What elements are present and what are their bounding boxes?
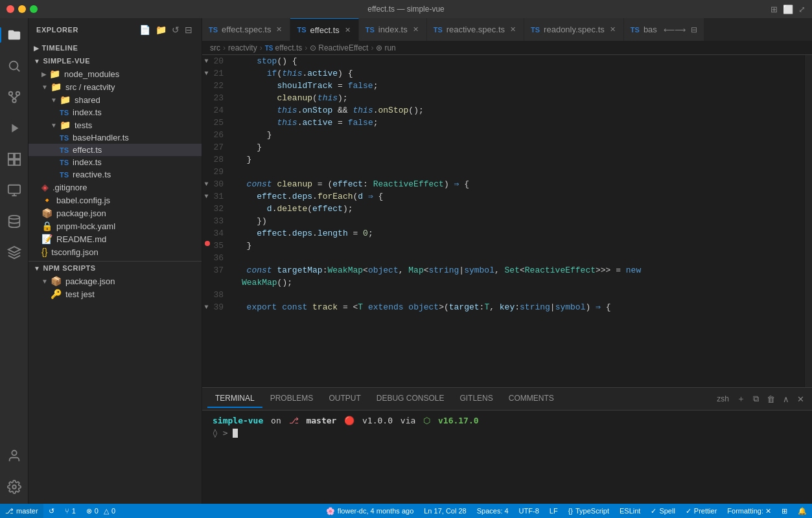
code-line-33: 33 }) <box>202 215 804 227</box>
status-bar: ⎇ master ↺ ⑂ 1 ⊗ 0 △ 0 🌸 flower-dc, 4 mo… <box>0 504 812 518</box>
sidebar-item-shared-index[interactable]: TS index.ts <box>29 106 202 118</box>
new-folder-icon[interactable]: 📁 <box>154 23 168 36</box>
sidebar-item-baseHandler[interactable]: TS baseHandler.ts <box>29 131 202 144</box>
tab-effect[interactable]: TS effect.ts ✕ <box>290 18 358 41</box>
extensions-activity-icon[interactable] <box>3 148 26 171</box>
project-section[interactable]: ▼ SIMPLE-VUE <box>29 54 202 67</box>
sidebar-item-src[interactable]: ▼ 📁 src / reactvity <box>29 80 202 93</box>
tab-effect-spec[interactable]: TS effect.spec.ts ✕ <box>202 18 290 41</box>
sidebar-item-tsconfig[interactable]: {} tsconfig.json <box>29 245 202 258</box>
status-line-ending[interactable]: LF <box>544 504 563 518</box>
sidebar-item-node_modules[interactable]: ▶ 📁 node_modules <box>29 67 202 80</box>
status-git-branch[interactable]: ⎇ master <box>0 504 43 518</box>
add-terminal-icon[interactable]: ＋ <box>734 392 748 406</box>
terminal-version: v1.0.0 <box>357 416 393 425</box>
refresh-icon[interactable]: ↺ <box>170 23 181 36</box>
status-errors[interactable]: ⊗ 0 △ 0 <box>81 504 121 518</box>
status-git-blame[interactable]: 🌸 flower-dc, 4 months ago <box>321 504 419 518</box>
tab-close-readonly-icon[interactable]: ✕ <box>609 25 617 34</box>
tab-ts-icon: TS <box>209 26 218 34</box>
close-panel-icon[interactable]: ✕ <box>795 393 807 405</box>
breadcrumb-method[interactable]: ⊛run <box>376 43 395 52</box>
activity-bar <box>0 18 29 504</box>
status-notifications[interactable]: 🔔 <box>793 504 812 518</box>
status-indentation[interactable]: Spaces: 4 <box>472 504 514 518</box>
run-debug-activity-icon[interactable] <box>3 117 26 140</box>
split-terminal-icon[interactable]: ⧉ <box>750 392 761 405</box>
svg-marker-15 <box>8 247 19 253</box>
settings-activity-icon[interactable] <box>3 475 26 499</box>
sidebar-item-readme[interactable]: 📝 README.md <box>29 232 202 245</box>
breadcrumb-reactvity[interactable]: reactvity <box>228 43 257 52</box>
sidebar-item-effect[interactable]: TS effect.ts <box>29 144 202 156</box>
sidebar-item-package[interactable]: 📦 package.json <box>29 207 202 220</box>
prettier-text: Prettier <box>694 507 717 515</box>
search-activity-icon[interactable] <box>3 54 26 78</box>
panel-tab-problems[interactable]: PROBLEMS <box>262 390 321 408</box>
terminal-project: simple-vue <box>213 416 263 425</box>
database-activity-icon[interactable] <box>3 210 26 233</box>
status-sync[interactable]: ↺ <box>43 504 60 518</box>
tab-close-active-icon[interactable]: ✕ <box>343 25 352 35</box>
close-dot[interactable] <box>6 5 14 13</box>
breadcrumb-src[interactable]: src <box>210 43 220 52</box>
sidebar-item-gitignore[interactable]: ◈ .gitignore <box>29 181 202 194</box>
svg-point-3 <box>16 92 19 96</box>
account-activity-icon[interactable] <box>3 444 26 467</box>
maximize-panel-icon[interactable]: ∧ <box>780 393 792 405</box>
panel-tab-terminal[interactable]: TERMINAL <box>207 390 262 408</box>
breadcrumb-class[interactable]: ⊙ReactiveEffect <box>310 43 368 52</box>
sidebar-item-shared[interactable]: ▼ 📁 shared <box>29 93 202 106</box>
source-control-activity-icon[interactable] <box>3 85 26 109</box>
sidebar-item-reactive[interactable]: TS reactive.ts <box>29 168 202 181</box>
sidebar-item-babel[interactable]: 🔸 babel.config.js <box>29 194 202 207</box>
code-line-25: 25 this.active = false; <box>202 117 804 129</box>
panel-tab-gitlens[interactable]: GITLENS <box>452 390 500 408</box>
status-encoding[interactable]: UTF-8 <box>514 504 544 518</box>
tab-reactive-spec[interactable]: TS reactive.spec.ts ✕ <box>427 18 524 41</box>
kill-terminal-icon[interactable]: 🗑 <box>764 393 778 405</box>
svg-point-17 <box>12 485 16 489</box>
layout-icon[interactable]: ⊞ <box>771 5 778 14</box>
new-file-icon[interactable]: 📄 <box>138 23 152 36</box>
tab-close-icon[interactable]: ✕ <box>275 25 283 34</box>
panel-tab-debug-console[interactable]: DEBUG CONSOLE <box>369 390 452 408</box>
tab-close-index-icon[interactable]: ✕ <box>412 25 420 34</box>
files-activity-icon[interactable] <box>3 23 26 47</box>
status-language-mode[interactable]: {} TypeScript <box>563 504 614 518</box>
tab-close-reactive-icon[interactable]: ✕ <box>509 25 517 34</box>
maximize-dot[interactable] <box>30 5 38 13</box>
status-spell[interactable]: ✓ Spell <box>645 504 680 518</box>
sidebar-item-pnpm[interactable]: 🔒 pnpm-lock.yaml <box>29 220 202 232</box>
status-formatting[interactable]: Formatting: ✕ <box>722 504 776 518</box>
status-cursor-position[interactable]: Ln 17, Col 28 <box>419 504 471 518</box>
code-line-20: 20▼ stop() { <box>202 55 804 67</box>
tab-bas[interactable]: TS bas ⟵⟶ ⊟ <box>624 18 704 41</box>
tab-index[interactable]: TS index.ts ✕ <box>359 18 427 41</box>
panel-tab-output[interactable]: OUTPUT <box>321 390 368 408</box>
sidebar-item-tests[interactable]: ▼ 📁 tests <box>29 118 202 131</box>
breadcrumb-file[interactable]: TSeffect.ts <box>265 43 303 52</box>
status-prettier[interactable]: ✓ Prettier <box>680 504 722 518</box>
npm-test-jest[interactable]: 🔑 test jest <box>29 287 202 300</box>
minimize-dot[interactable] <box>18 5 26 13</box>
timeline-section[interactable]: ▶ TIMELINE <box>29 41 202 54</box>
panel: TERMINAL PROBLEMS OUTPUT DEBUG CONSOLE G… <box>202 387 812 504</box>
sidebar-item-index[interactable]: TS index.ts <box>29 156 202 168</box>
fullscreen-icon[interactable]: ⤢ <box>798 5 806 14</box>
split-icon[interactable]: ⬜ <box>783 5 793 14</box>
layers-activity-icon[interactable] <box>3 241 26 264</box>
panel-tab-comments[interactable]: COMMENTS <box>501 390 562 408</box>
svg-line-1 <box>17 69 19 71</box>
status-commits[interactable]: ⑂ 1 <box>60 504 81 518</box>
status-remote[interactable]: ⊞ <box>776 504 793 518</box>
status-eslint[interactable]: ESLint <box>614 504 645 518</box>
collapse-all-icon[interactable]: ⊟ <box>183 23 194 36</box>
editor-content[interactable]: 20▼ stop() { 21▼ if(this.active) { 22 sh… <box>202 55 804 387</box>
window-title: effect.ts — simple-vue <box>367 5 445 14</box>
npm-scripts-header[interactable]: ▼ NPM SCRIPTS <box>29 262 202 275</box>
npm-package-json[interactable]: ▼ 📦 package.json <box>29 275 202 287</box>
remote-activity-icon[interactable] <box>3 179 26 202</box>
npm-scripts-section: ▼ NPM SCRIPTS ▼ 📦 package.json 🔑 test je… <box>29 261 202 300</box>
tab-readonly-spec[interactable]: TS readonly.spec.ts ✕ <box>524 18 624 41</box>
